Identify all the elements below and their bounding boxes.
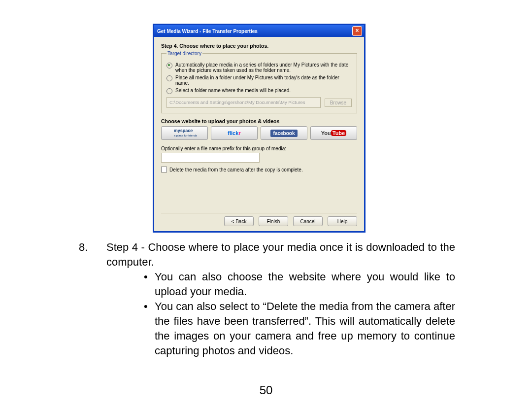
radio-label: Select a folder name where the media wil… (175, 88, 291, 93)
facebook-logo-text: facebook (270, 130, 298, 137)
radio-label: Automatically place media in a series of… (175, 62, 352, 73)
window-title: Get Media Wizard - File Transfer Propert… (157, 29, 258, 34)
delete-checkbox[interactable]: Delete the media from the camera after t… (161, 167, 357, 172)
target-directory-group: Target directory Automatically place med… (161, 51, 357, 113)
checkbox-label: Delete the media from the camera after t… (169, 167, 303, 172)
prefix-input[interactable] (161, 153, 260, 163)
back-button[interactable]: < Back (224, 216, 254, 226)
bullet-delete: You can also select to “Delete the media… (106, 299, 455, 358)
radio-auto-folders[interactable]: Automatically place media in a series of… (166, 62, 352, 73)
step-text: Step 4 - Choose where to place your medi… (106, 240, 455, 270)
step-heading: Step 4. Choose where to place your photo… (161, 43, 357, 49)
cancel-button[interactable]: Cancel (293, 216, 323, 226)
bullet-upload: You can also choose the website where yo… (106, 270, 455, 299)
facebook-button[interactable]: facebook (261, 126, 307, 140)
page-number: 50 (0, 383, 532, 397)
list-number: 8. (79, 240, 88, 255)
youtube-tube: Tube (331, 130, 346, 136)
upload-heading: Choose website to upload your photos & v… (161, 118, 357, 124)
titlebar[interactable]: Get Media Wizard - File Transfer Propert… (154, 25, 364, 37)
browse-button: Browse (325, 99, 352, 107)
flickr-button[interactable]: flickr (211, 126, 258, 140)
prefix-label: Optionally enter a file name prefix for … (161, 146, 357, 151)
finish-button[interactable]: Finish (259, 216, 288, 226)
dialog-body: Step 4. Choose where to place your photo… (154, 37, 364, 177)
fieldset-legend: Target directory (166, 51, 202, 56)
flickr-logo-a: flick (228, 130, 238, 136)
radio-today-folder[interactable]: Place all media in a folder under My Pic… (166, 75, 352, 86)
myspace-logo-text: myspace (174, 128, 193, 133)
radio-icon (166, 75, 172, 81)
help-button[interactable]: Help (328, 216, 357, 226)
flickr-logo-b: r (238, 130, 240, 136)
radio-icon (166, 63, 172, 68)
radio-label: Place all media in a folder under My Pic… (175, 75, 352, 86)
radio-icon (166, 88, 172, 94)
folder-path-input: C:\Documents and Settings\gershonz\My Do… (166, 97, 321, 108)
manual-step-8: 8. Step 4 - Choose where to place your m… (79, 240, 455, 358)
close-icon[interactable]: × (352, 26, 362, 36)
wizard-dialog: Get Media Wizard - File Transfer Propert… (153, 24, 366, 233)
separator (161, 213, 357, 213)
checkbox-icon (161, 167, 167, 172)
youtube-you: You (321, 130, 331, 136)
myspace-button[interactable]: myspace a place for friends (161, 126, 208, 140)
youtube-button[interactable]: YouTube (310, 126, 357, 140)
radio-select-folder[interactable]: Select a folder name where the media wil… (166, 88, 352, 94)
myspace-tagline: a place for friends (174, 134, 198, 137)
